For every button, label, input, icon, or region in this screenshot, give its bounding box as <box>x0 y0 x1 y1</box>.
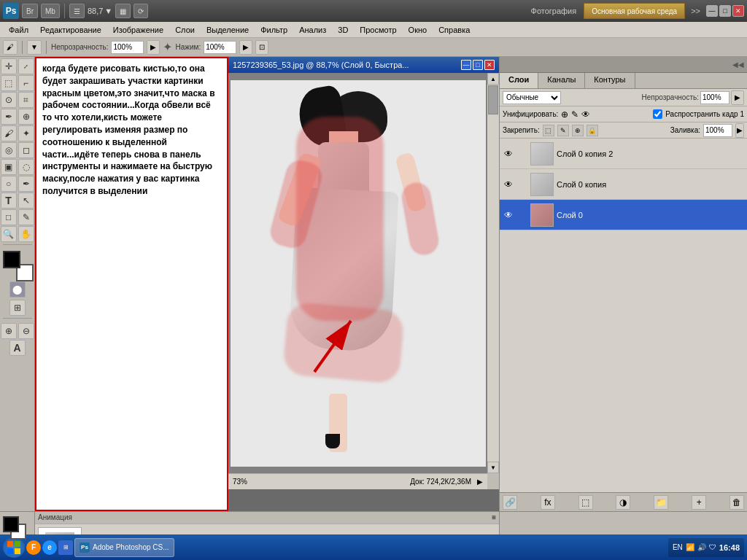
shape-tool[interactable]: □ <box>1 209 17 225</box>
timeline-menu-icon[interactable]: ≡ <box>492 513 496 521</box>
taskbar-photoshop[interactable]: Ps Adobe Photoshop CS... <box>74 538 174 557</box>
layer-opacity-input[interactable] <box>700 91 729 104</box>
distribute-checkbox[interactable] <box>653 109 662 119</box>
eraser-tool[interactable]: ◻ <box>18 142 34 158</box>
type-tool[interactable]: T <box>1 192 17 209</box>
layer-visibility-toggle[interactable]: 👁 <box>503 209 514 221</box>
menu-select[interactable]: Выделение <box>201 24 255 36</box>
menu-edit[interactable]: Редактирование <box>34 24 107 36</box>
menu-image[interactable]: Изображение <box>107 24 169 36</box>
zoom-in-tool[interactable]: ⊕ <box>1 323 17 339</box>
notes-tool[interactable]: ✎ <box>18 209 34 225</box>
delete-layer-button[interactable]: 🗑 <box>729 495 744 510</box>
document-canvas[interactable] <box>228 73 487 473</box>
move-tool[interactable]: ✛ <box>1 58 17 74</box>
opacity-dropdown[interactable]: ▶ <box>731 90 744 105</box>
scroll-down-button[interactable]: ▼ <box>487 462 499 473</box>
foreground-color[interactable] <box>3 251 20 268</box>
screen-mode-tool[interactable]: ⊞ <box>9 300 26 316</box>
quick-mask-tool[interactable]: ⬤ <box>9 281 26 298</box>
menu-layers[interactable]: Слои <box>169 24 201 36</box>
path-select-tool[interactable]: ↖ <box>18 192 34 209</box>
heal-tool[interactable]: ⊕ <box>18 109 34 125</box>
link-layers-button[interactable]: 🔗 <box>503 495 517 510</box>
menu-view[interactable]: Просмотр <box>354 24 402 36</box>
unify-style-icon[interactable]: ✎ <box>571 109 578 120</box>
flow-input[interactable] <box>204 41 236 54</box>
menu-filter[interactable]: Фильтр <box>255 24 293 36</box>
blend-mode-select[interactable]: Обычные <box>503 91 561 104</box>
unify-visibility-icon[interactable]: 👁 <box>581 109 590 120</box>
ie-icon[interactable]: e <box>42 540 57 555</box>
firefox-icon[interactable]: F <box>26 540 41 555</box>
brush-tool[interactable]: 🖌 <box>1 125 17 141</box>
menu-file[interactable]: Файл <box>3 24 34 36</box>
close-button[interactable]: ✕ <box>732 5 744 17</box>
lock-image-button[interactable]: ✎ <box>557 125 569 136</box>
tab-channels[interactable]: Каналы <box>538 73 585 88</box>
brush-tool-button[interactable]: 🖌 <box>3 40 18 55</box>
dodge-tool[interactable]: ○ <box>1 176 17 192</box>
windows-icon[interactable]: ⊞ <box>58 540 73 555</box>
language-indicator[interactable]: EN <box>673 543 683 551</box>
zoom-out-tool[interactable]: ⊖ <box>18 323 34 339</box>
mb-button[interactable]: Mb <box>41 4 60 18</box>
zoom-tool[interactable]: 🔍 <box>1 226 17 242</box>
start-button[interactable] <box>3 537 25 558</box>
layer-row[interactable]: 👁 Слой 0 копия <box>500 169 747 200</box>
clone-tool[interactable]: ✦ <box>18 125 34 141</box>
lock-position-button[interactable]: ⊕ <box>572 125 584 136</box>
maximize-button[interactable]: □ <box>719 5 731 17</box>
type-tool-bottom[interactable]: A <box>9 340 26 356</box>
fill-dropdown[interactable]: ▶ <box>735 123 744 138</box>
more-workspaces-icon[interactable]: >> <box>688 7 703 15</box>
document-vertical-scrollbar[interactable]: ▲ ▼ <box>487 73 499 473</box>
fill-adjust-button[interactable]: ◑ <box>616 495 630 510</box>
marquee-tool[interactable]: ⬚ <box>1 75 17 91</box>
layout-button[interactable]: ☰ <box>69 4 85 18</box>
hand-tool[interactable]: ✋ <box>18 226 34 242</box>
opacity-input[interactable] <box>111 41 144 54</box>
eyedropper-tool[interactable]: ✒ <box>1 109 17 125</box>
layer-row[interactable]: 👁 Слой 0 копия 2 <box>500 139 747 169</box>
scroll-up-button[interactable]: ▲ <box>487 73 499 85</box>
fg-color-bottom[interactable] <box>3 516 19 532</box>
menu-window[interactable]: Окно <box>403 24 433 36</box>
minimize-button[interactable]: — <box>706 5 718 17</box>
br-button[interactable]: Br <box>22 4 38 18</box>
unify-position-icon[interactable]: ⊕ <box>561 109 568 120</box>
pen-tool[interactable]: ✒ <box>18 176 34 192</box>
collapse-icon[interactable]: ◀◀ <box>732 61 744 69</box>
lock-transparent-button[interactable]: ⬚ <box>543 125 554 136</box>
menu-help[interactable]: Справка <box>433 24 476 36</box>
brush-preset-button[interactable]: ▼ <box>27 40 42 55</box>
doc-close-button[interactable]: ✕ <box>484 60 495 70</box>
scroll-thumb[interactable] <box>488 85 498 114</box>
add-mask-button[interactable]: ⬚ <box>578 495 593 510</box>
menu-3d[interactable]: 3D <box>332 24 354 36</box>
fill-input[interactable] <box>703 124 732 137</box>
lock-all-button[interactable]: 🔒 <box>587 125 598 136</box>
new-layer-button[interactable]: + <box>692 495 706 510</box>
flow-arrow[interactable]: ▶ <box>239 40 252 55</box>
lasso-tool[interactable]: ⌐ <box>18 75 34 91</box>
rotate-button[interactable]: ⟳ <box>133 4 148 18</box>
scroll-right-btn[interactable]: ▶ <box>477 478 483 486</box>
quick-select-tool[interactable]: ⊙ <box>1 92 17 108</box>
crop-tool[interactable]: ⌗ <box>18 92 34 108</box>
blur-tool[interactable]: ◌ <box>18 159 34 175</box>
doc-minimize-button[interactable]: — <box>461 60 471 70</box>
tab-layers[interactable]: Слои <box>500 73 538 88</box>
layer-row[interactable]: 👁 Слой 0 <box>500 200 747 230</box>
workspace-active-button[interactable]: Основная рабочая среда <box>584 3 685 19</box>
gradient-tool[interactable]: ▣ <box>1 159 17 175</box>
volume-icon[interactable]: 🔊 <box>697 543 706 551</box>
layer-visibility-toggle[interactable]: 👁 <box>503 148 514 160</box>
view-button[interactable]: ▦ <box>115 4 131 18</box>
opacity-arrow[interactable]: ▶ <box>147 40 160 55</box>
tab-paths[interactable]: Контуры <box>585 73 635 88</box>
layer-style-button[interactable]: fx <box>541 495 555 510</box>
menu-analysis[interactable]: Анализ <box>293 24 332 36</box>
group-layers-button[interactable]: 📁 <box>654 495 668 510</box>
hand-tool-extra[interactable]: ⤢ <box>18 58 34 74</box>
